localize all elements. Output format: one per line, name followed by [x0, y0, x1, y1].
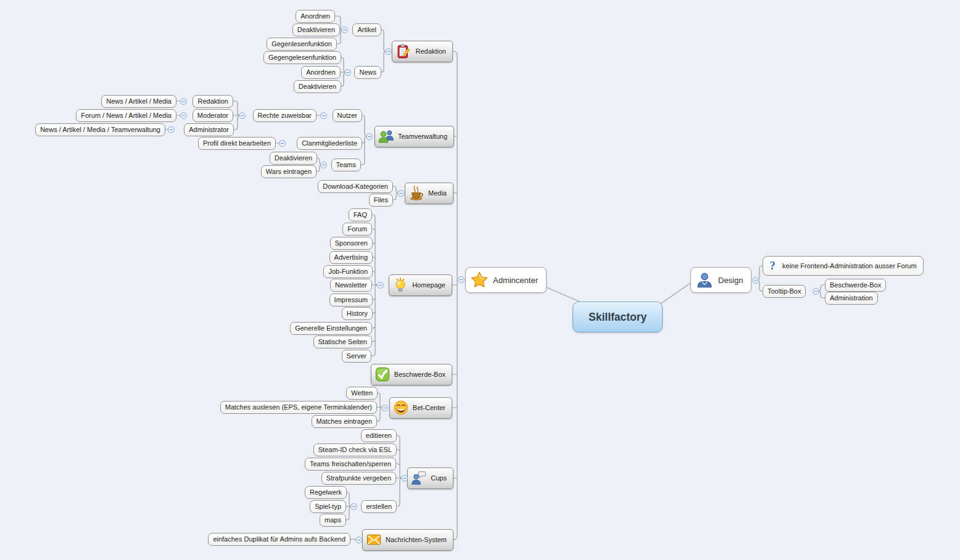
- node-clanmitgliederliste[interactable]: Clanmitgliederliste: [297, 137, 362, 150]
- svg-text:?: ?: [769, 259, 776, 272]
- node-role_redaktion[interactable]: Redaktion: [192, 95, 233, 108]
- node-download[interactable]: Download-Kategorien: [318, 180, 393, 193]
- collapse-button[interactable]: [320, 112, 327, 119]
- node-spieltyp[interactable]: Spiel-typ: [310, 500, 346, 513]
- collapse-button[interactable]: [180, 112, 187, 119]
- node-label: Tooltip-Box: [768, 287, 801, 295]
- collapse-button[interactable]: [381, 405, 388, 411]
- node-keinefrontend[interactable]: ?keine Frontend-Administration ausser Fo…: [763, 256, 924, 276]
- node-label: keine Frontend-Administration ausser For…: [782, 262, 917, 270]
- node-maps[interactable]: maps: [320, 514, 346, 527]
- node-anordnen1[interactable]: Anordnen: [296, 10, 335, 23]
- collapse-button[interactable]: [401, 475, 408, 482]
- node-perm2[interactable]: Forum / News / Artikel / Media: [76, 109, 176, 122]
- node-deaktivieren2[interactable]: Deaktivieren: [294, 80, 341, 93]
- node-deaktivieren1[interactable]: Deaktivieren: [292, 23, 340, 36]
- node-strafpunkte[interactable]: Strafpunkte vergeben: [321, 472, 396, 485]
- collapse-button[interactable]: [239, 112, 246, 119]
- node-label: Anordnen: [300, 12, 330, 20]
- node-advertising[interactable]: Advertising: [329, 251, 373, 264]
- node-label: History: [347, 310, 368, 317]
- node-moderator[interactable]: Moderator: [192, 109, 233, 122]
- collapse-button[interactable]: [385, 48, 392, 55]
- node-files[interactable]: Files: [369, 194, 393, 207]
- question-mark-icon: ?: [766, 259, 779, 273]
- node-homepage[interactable]: Homepage: [389, 274, 452, 296]
- node-server[interactable]: Server: [342, 350, 371, 363]
- node-matches_eintragen[interactable]: Matches eintragen: [312, 415, 378, 428]
- collapse-button[interactable]: [377, 282, 384, 289]
- node-teamverwaltung[interactable]: Teamverwaltung: [374, 126, 454, 147]
- node-gegengelesenfunktion[interactable]: Gegengelesenfunktion: [263, 51, 341, 64]
- node-label: Job-Funktion: [328, 268, 368, 275]
- collapse-button[interactable]: [341, 27, 348, 33]
- collapse-button[interactable]: [279, 140, 286, 147]
- collapse-button[interactable]: [813, 288, 819, 295]
- node-steamid[interactable]: Steam-ID check via ESL: [313, 443, 397, 456]
- mindmap-canvas[interactable]: SkillfactoryAdmincenterRedaktionArtikelA…: [0, 0, 960, 560]
- node-design[interactable]: Design: [690, 267, 751, 293]
- node-skillfactory[interactable]: Skillfactory: [573, 302, 663, 332]
- node-perm1[interactable]: News / Artikel / Media: [101, 95, 176, 108]
- node-profil[interactable]: Profil direkt bearbeiten: [198, 137, 276, 150]
- node-media[interactable]: Media: [405, 183, 453, 204]
- node-betcenter[interactable]: Bet-Center: [389, 397, 452, 419]
- node-redaktion[interactable]: Redaktion: [392, 41, 453, 62]
- collapse-button[interactable]: [355, 537, 362, 543]
- node-statische[interactable]: Statische Seiten: [313, 336, 373, 348]
- node-editieren[interactable]: editieren: [361, 429, 397, 442]
- node-erstellen[interactable]: erstellen: [361, 500, 397, 513]
- node-label: Server: [347, 352, 366, 360]
- node-artikel[interactable]: Artikel: [352, 23, 381, 36]
- collapse-button[interactable]: [397, 190, 404, 197]
- node-matches_auslesen[interactable]: Matches auslesen (EPS, eigene Terminkale…: [220, 401, 377, 414]
- node-label: Admincenter: [493, 276, 538, 285]
- node-admincenter[interactable]: Admincenter: [465, 267, 547, 293]
- node-beschwerdebox[interactable]: Beschwerde-Box: [371, 364, 452, 385]
- node-administration2[interactable]: Administration: [825, 292, 878, 305]
- collapse-button[interactable]: [350, 503, 357, 510]
- coffee-cup-icon: [408, 185, 424, 201]
- node-deaktivieren3[interactable]: Deaktivieren: [270, 152, 317, 165]
- node-jobfunktion[interactable]: Job-Funktion: [323, 265, 373, 278]
- node-history[interactable]: History: [342, 307, 373, 320]
- node-label: Wars eintragen: [266, 168, 312, 175]
- node-teamsfrei[interactable]: Teams freischalten/sperren: [305, 458, 396, 471]
- collapse-button[interactable]: [458, 276, 465, 283]
- envelope-icon: [366, 532, 382, 548]
- collapse-button[interactable]: [752, 277, 759, 284]
- node-beschwerde2[interactable]: Beschwerde-Box: [825, 279, 886, 292]
- collapse-button[interactable]: [320, 162, 327, 168]
- node-cups[interactable]: Cups: [407, 467, 453, 489]
- collapse-button[interactable]: [180, 98, 187, 105]
- node-tooltipbox[interactable]: Tooltip-Box: [763, 285, 806, 298]
- collapse-button[interactable]: [168, 126, 175, 133]
- node-wars[interactable]: Wars eintragen: [261, 165, 317, 178]
- node-label: Design: [718, 276, 743, 285]
- node-duplikat[interactable]: einfaches Duplikat für Admins aufs Backe…: [208, 533, 350, 546]
- node-label: Redaktion: [415, 47, 446, 55]
- node-generelle[interactable]: Generelle Einstellungen: [290, 322, 372, 335]
- node-wetten[interactable]: Wetten: [346, 387, 378, 400]
- node-nachrichten[interactable]: Nachrichten-System: [362, 529, 453, 551]
- node-teams[interactable]: Teams: [331, 159, 361, 171]
- node-gegenlesenfunktion[interactable]: Gegenlesenfunktion: [267, 38, 337, 51]
- collapse-button[interactable]: [366, 133, 373, 140]
- node-regelwerk[interactable]: Regelwerk: [305, 486, 347, 499]
- node-forum[interactable]: Forum: [342, 223, 372, 236]
- node-faq[interactable]: FAQ: [349, 208, 372, 221]
- node-label: Beschwerde-Box: [394, 371, 445, 378]
- node-rechte[interactable]: Rechte zuweisbar: [253, 109, 317, 122]
- node-newsletter[interactable]: Newsletter: [330, 279, 372, 292]
- node-anordnen2[interactable]: Anordnen: [301, 66, 341, 79]
- node-perm3[interactable]: News / Artikel / Media / Teamverwaltung: [35, 123, 165, 136]
- node-sponsoren[interactable]: Sponsoren: [330, 237, 373, 250]
- node-nutzer[interactable]: Nutzer: [333, 109, 362, 122]
- node-label: Generelle Einstellungen: [295, 324, 367, 332]
- clipboard-pencil-icon: [395, 43, 412, 59]
- node-administrator[interactable]: Administrator: [184, 123, 234, 136]
- node-impressum[interactable]: Impressum: [329, 294, 373, 307]
- collapse-button[interactable]: [344, 69, 351, 76]
- node-news[interactable]: News: [354, 66, 381, 79]
- node-label: Teams: [336, 161, 356, 168]
